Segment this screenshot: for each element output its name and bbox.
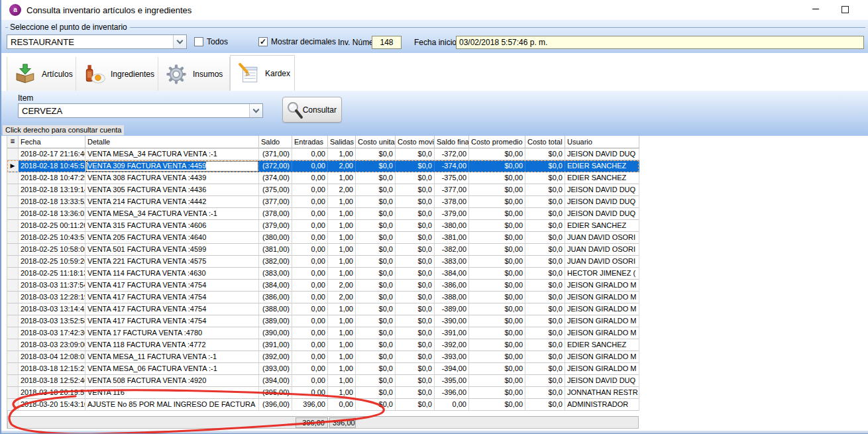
grid-cell[interactable]: (392,00) [259, 351, 292, 363]
grid-cell[interactable]: VENTA 205 FACTURA VENTA :4640 [85, 232, 259, 244]
grid-cell[interactable]: 1,00 [328, 148, 356, 160]
grid-cell[interactable]: $0,0 [525, 220, 565, 232]
grid-cell[interactable]: (371,00) [259, 148, 292, 160]
row-selector[interactable] [7, 387, 19, 399]
row-selector[interactable] [7, 339, 19, 351]
grid-cell[interactable]: -384,00 [435, 268, 469, 280]
grid-cell[interactable]: -392,00 [435, 339, 469, 351]
grid-cell[interactable]: -377,00 [435, 184, 469, 196]
grid-cell[interactable]: $0,0 [396, 220, 435, 232]
grid-cell[interactable]: 2,00 [328, 292, 356, 303]
grid-cell[interactable]: -390,00 [435, 315, 469, 327]
grid-cell[interactable]: $0,0 [356, 387, 396, 399]
column-header-costo-promedio[interactable]: Costo promedio [469, 136, 525, 148]
grid-cell[interactable]: VENTA MESA_06 FACTURA VENTA :-1 [85, 363, 259, 375]
grid-cell[interactable]: $0,00 [469, 363, 525, 375]
grid-cell[interactable]: $0,0 [396, 399, 435, 411]
grid-cell[interactable]: JUAN DAVID OSORI [565, 232, 639, 244]
grid-cell[interactable]: $0,0 [396, 268, 435, 280]
grid-cell[interactable]: $0,0 [525, 196, 565, 208]
grid-cell[interactable]: 1,00 [328, 387, 356, 399]
grid-cell[interactable]: $0,0 [525, 292, 565, 303]
row-selector[interactable] [7, 256, 19, 268]
grid-cell[interactable]: VENTA 308 FACTURA VENTA :4439 [85, 172, 259, 184]
column-header-entradas[interactable]: Entradas [292, 136, 328, 148]
grid-cell[interactable]: 1,00 [328, 220, 356, 232]
grid-cell[interactable]: $0,0 [525, 184, 565, 196]
grid-cell[interactable]: 2018-02-18 13:33:52 [19, 196, 85, 208]
grid-cell[interactable]: JEISON GIRALDO M [565, 303, 639, 315]
grid-row[interactable]: 2018-03-20 15:43:10AJUSTE No 85 POR MAL … [7, 399, 639, 411]
grid-row[interactable]: 2018-03-18 12:52:46VENTA 508 FACTURA VEN… [7, 375, 639, 387]
grid-cell[interactable]: JUAN DAVID OSORI [565, 244, 639, 256]
grid-cell[interactable]: -395,00 [435, 375, 469, 387]
grid-cell[interactable]: $0,0 [356, 220, 396, 232]
grid-cell[interactable]: VENTA 417 FACTURA VENTA :4754 [85, 292, 259, 303]
grid-cell[interactable]: 0,00 [292, 256, 328, 268]
grid-cell[interactable]: $0,0 [525, 268, 565, 280]
grid-cell[interactable]: $0,00 [469, 160, 525, 172]
grid-cell[interactable]: $0,00 [469, 268, 525, 280]
grid-row[interactable]: 2018-02-18 13:36:01VENTA MESA_34 FACTURA… [7, 208, 639, 220]
row-selector[interactable] [7, 292, 19, 303]
tab-kardex[interactable]: Kardex [230, 55, 295, 91]
row-selector[interactable] [7, 363, 19, 375]
grid-cell[interactable]: (379,00) [259, 220, 292, 232]
grid-cell[interactable]: 2018-03-03 17:42:36 [19, 327, 85, 339]
grid-cell[interactable]: (391,00) [259, 339, 292, 351]
grid-cell[interactable]: 1,00 [328, 256, 356, 268]
grid-cell[interactable]: VENTA 501 FACTURA VENTA :4599 [85, 244, 259, 256]
grid-cell[interactable]: 2018-03-03 23:09:00 [19, 339, 85, 351]
grid-cell[interactable]: 1,00 [328, 339, 356, 351]
row-selector[interactable] [7, 196, 19, 208]
grid-cell[interactable]: 0,00 [435, 399, 469, 411]
grid-cell[interactable]: -388,00 [435, 292, 469, 303]
grid-cell[interactable]: $0,00 [469, 292, 525, 303]
grid-cell[interactable]: VENTA MESA_11 FACTURA VENTA :-1 [85, 351, 259, 363]
grid-cell[interactable]: 1,00 [328, 303, 356, 315]
grid-cell[interactable]: $0,0 [525, 303, 565, 315]
grid-cell[interactable]: 2018-03-04 12:08:03 [19, 351, 85, 363]
grid-cell[interactable]: JEISON DAVID DUQ [565, 208, 639, 220]
grid-cell[interactable]: $0,0 [356, 351, 396, 363]
grid-cell[interactable]: $0,0 [525, 160, 565, 172]
grid-cell[interactable]: $0,0 [525, 375, 565, 387]
fecha-inicio-field[interactable]: 03/02/2018 5:57:46 p. m. [456, 36, 864, 49]
grid-cell[interactable]: (380,00) [259, 232, 292, 244]
grid-cell[interactable]: 2018-03-18 12:15:21 [19, 363, 85, 375]
grid-cell[interactable]: $0,00 [469, 280, 525, 292]
grid-cell[interactable]: JONNATHAN RESTR [565, 387, 639, 399]
row-selector[interactable] [7, 148, 19, 160]
grid-cell[interactable]: 2018-02-25 00:11:20 [19, 220, 85, 232]
grid-cell[interactable]: $0,0 [525, 339, 565, 351]
grid-cell[interactable]: VENTA 114 FACTURA VENTA :4630 [85, 268, 259, 280]
row-selector[interactable] [7, 184, 19, 196]
grid-cell[interactable]: JEISON GIRALDO M [565, 327, 639, 339]
grid-cell[interactable]: VENTA 118 FACTURA VENTA :4772 [85, 339, 259, 351]
grid-cell[interactable]: VENTA 508 FACTURA VENTA :4920 [85, 375, 259, 387]
grid-cell[interactable]: $0,0 [396, 172, 435, 184]
grid-cell[interactable]: (381,00) [259, 244, 292, 256]
grid-cell[interactable]: 1,00 [328, 363, 356, 375]
grid-cell[interactable]: VENTA 417 FACTURA VENTA :4754 [85, 303, 259, 315]
grid-cell[interactable]: 0,00 [292, 208, 328, 220]
row-selector[interactable] [7, 327, 19, 339]
column-header-costo-total[interactable]: Costo total [525, 136, 565, 148]
grid-cell[interactable]: $0,0 [356, 256, 396, 268]
grid-cell[interactable]: $0,0 [396, 280, 435, 292]
grid-cell[interactable]: 0,00 [292, 196, 328, 208]
grid-cell[interactable]: $0,0 [525, 387, 565, 399]
grid-cell[interactable]: VENTA MESA_34 FACTURA VENTA :-1 [85, 208, 259, 220]
grid-row[interactable]: 2018-02-25 10:59:26VENTA 221 FACTURA VEN… [7, 256, 639, 268]
grid-cell[interactable]: $0,00 [469, 148, 525, 160]
tab-articulos[interactable]: Artículos [7, 57, 76, 91]
grid-cell[interactable]: 0,00 [292, 268, 328, 280]
grid-cell[interactable]: (375,00) [259, 184, 292, 196]
grid-cell[interactable]: $0,00 [469, 196, 525, 208]
grid-row[interactable]: 2018-03-18 12:15:21VENTA MESA_06 FACTURA… [7, 363, 639, 375]
grid-cell[interactable]: (377,00) [259, 196, 292, 208]
grid-row[interactable]: 2018-02-18 13:33:52VENTA 214 FACTURA VEN… [7, 196, 639, 208]
grid-cell[interactable]: 0,00 [292, 303, 328, 315]
grid-cell[interactable]: 0,00 [292, 375, 328, 387]
grid-cell[interactable]: (383,00) [259, 268, 292, 280]
